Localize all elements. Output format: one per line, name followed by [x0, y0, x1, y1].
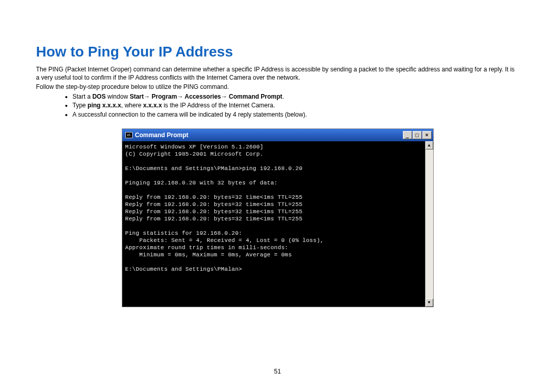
text: Type [72, 102, 87, 109]
text-bold: Command Prompt [227, 93, 282, 100]
page-title: How to Ping Your IP Address [36, 44, 519, 60]
minimize-button[interactable]: _ [403, 131, 412, 139]
text: window [106, 93, 130, 100]
text: , where [121, 102, 143, 109]
text-bold: Accessories [183, 93, 221, 100]
terminal-area: Microsoft Windows XP [Version 5.1.2600] … [122, 141, 433, 307]
maximize-button[interactable]: □ [413, 131, 422, 139]
titlebar: c\ Command Prompt _ □ × [122, 129, 433, 141]
text-bold: x.x.x.x [143, 102, 162, 109]
arrow-icon: → [221, 93, 227, 100]
text: is the IP Address of the Internet Camera… [162, 102, 275, 109]
text-bold: DOS [92, 93, 106, 100]
command-prompt-window: c\ Command Prompt _ □ × Microsoft Window… [122, 128, 434, 307]
page-number: 51 [0, 368, 555, 375]
text: . [282, 93, 284, 100]
arrow-icon: → [144, 93, 150, 100]
text-bold: ping x.x.x.x [87, 102, 121, 109]
intro-paragraph: The PING (Packet Internet Groper) comman… [36, 65, 519, 82]
scroll-track[interactable] [425, 150, 433, 298]
steps-list: Start a DOS window Start→ Program→ Acces… [72, 92, 519, 119]
close-button[interactable]: × [422, 131, 432, 139]
step-2: Type ping x.x.x.x, where x.x.x.x is the … [72, 101, 519, 110]
scroll-down-icon[interactable]: ▼ [425, 298, 433, 307]
text-bold: Program [150, 93, 177, 100]
follow-paragraph: Follow the step-by-step procedure below … [36, 83, 519, 91]
text-bold: Start [130, 93, 143, 100]
terminal-output: Microsoft Windows XP [Version 5.1.2600] … [122, 141, 425, 307]
window-buttons: _ □ × [403, 131, 432, 139]
step-1: Start a DOS window Start→ Program→ Acces… [72, 92, 519, 101]
cmd-icon: c\ [125, 132, 133, 138]
scrollbar[interactable]: ▲ ▼ [425, 141, 433, 307]
scroll-up-icon[interactable]: ▲ [425, 141, 433, 150]
arrow-icon: → [177, 93, 183, 100]
step-3: A successful connection to the camera wi… [72, 110, 519, 119]
text: Start a [72, 93, 92, 100]
window-title: Command Prompt [135, 132, 403, 139]
